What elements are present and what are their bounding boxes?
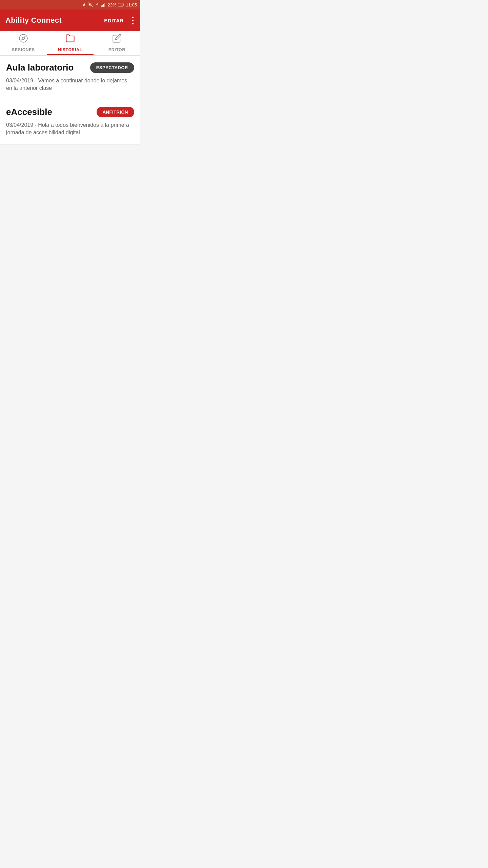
- battery-text: 23%: [107, 2, 116, 7]
- app-bar: Ability Connect EDITAR: [0, 9, 140, 31]
- svg-rect-1: [102, 5, 102, 7]
- app-title: Ability Connect: [5, 16, 62, 25]
- tab-sesiones-label: SESIONES: [12, 47, 35, 52]
- wifi-icon: [95, 2, 99, 7]
- tab-sesiones[interactable]: SESIONES: [0, 31, 47, 55]
- session-header-2: eAccesible ANFITRIÓN: [6, 107, 134, 117]
- svg-rect-7: [119, 3, 120, 6]
- tab-editor[interactable]: EDITOR: [94, 31, 140, 55]
- svg-rect-4: [104, 3, 105, 7]
- content: Aula laboratorio ESPECTADOR 03/04/2019 -…: [0, 56, 140, 144]
- svg-rect-3: [103, 4, 104, 7]
- folder-icon: [65, 34, 75, 45]
- mute-icon: [88, 2, 93, 7]
- bluetooth-icon: [82, 2, 86, 7]
- session-header-1: Aula laboratorio ESPECTADOR: [6, 62, 134, 73]
- svg-text:⚡: ⚡: [121, 4, 123, 6]
- session-title-1: Aula laboratorio: [6, 62, 86, 73]
- badge-host-2: ANFITRIÓN: [97, 107, 134, 117]
- more-button[interactable]: [130, 15, 135, 26]
- session-item-2[interactable]: eAccesible ANFITRIÓN 03/04/2019 - Hola a…: [0, 100, 140, 144]
- battery-icon: ⚡: [118, 3, 124, 7]
- session-description-2: 03/04/2019 - Hola a todos bienvenidos a …: [6, 121, 134, 137]
- svg-point-9: [19, 34, 27, 42]
- more-dot-2: [132, 20, 134, 21]
- compass-icon: [19, 34, 28, 45]
- status-bar: 23% ⚡ 11:05: [0, 0, 140, 9]
- tab-bar: SESIONES HISTORIAL EDITOR: [0, 31, 140, 56]
- session-description-1: 03/04/2019 - Vamos a continuar donde lo …: [6, 77, 134, 92]
- session-item-1[interactable]: Aula laboratorio ESPECTADOR 03/04/2019 -…: [0, 56, 140, 100]
- status-icons: 23% ⚡ 11:05: [82, 2, 137, 7]
- time-text: 11:05: [126, 2, 137, 7]
- pencil-icon: [112, 34, 122, 45]
- svg-rect-2: [103, 5, 103, 7]
- tab-historial-label: HISTORIAL: [58, 47, 82, 52]
- signal-icon: [101, 2, 106, 7]
- app-bar-actions: EDITAR: [104, 15, 135, 26]
- tab-editor-label: EDITOR: [108, 47, 125, 52]
- session-title-2: eAccesible: [6, 107, 93, 117]
- edit-button[interactable]: EDITAR: [104, 18, 124, 23]
- more-dot-3: [132, 23, 134, 24]
- badge-spectator-1: ESPECTADOR: [90, 62, 134, 73]
- tab-historial[interactable]: HISTORIAL: [47, 31, 94, 55]
- more-dot-1: [132, 17, 134, 18]
- svg-rect-6: [124, 4, 124, 6]
